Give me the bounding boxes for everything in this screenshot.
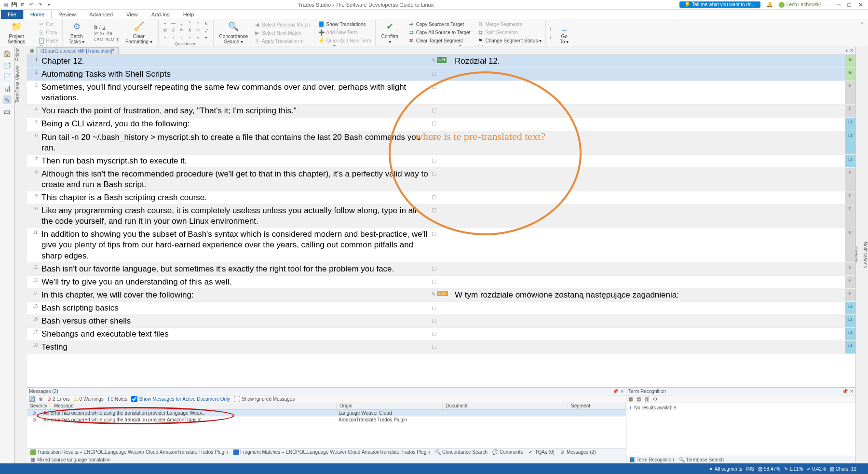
qi-char[interactable]: ▫: [194, 35, 202, 41]
source-cell[interactable]: We'll try to give you an understanding o…: [40, 276, 432, 288]
quick-add-term-button[interactable]: ⚡Quick Add New Term: [317, 37, 372, 44]
subscript-button[interactable]: x₂: [100, 31, 105, 36]
close-button[interactable]: ✕: [855, 1, 866, 8]
qi-char[interactable]: ▫: [162, 35, 169, 41]
target-cell[interactable]: W tym rozdziale omówione zostaną następu…: [453, 289, 845, 301]
qi-char[interactable]: ▫: [186, 35, 194, 41]
document-tab[interactable]: r12part1.docx.sdlxliff [Translation]*: [36, 47, 119, 54]
target-cell[interactable]: [453, 263, 845, 275]
projects-view-icon[interactable]: 📑: [3, 61, 12, 69]
qat-item[interactable]: ▤: [2, 1, 9, 8]
copy-all-source-button[interactable]: ⇉Copy All Source to Target: [407, 28, 472, 36]
source-cell[interactable]: Chapter 12.: [40, 55, 432, 68]
batch-tasks-button[interactable]: ⚙Batch Tasks ▾: [66, 20, 87, 45]
qat-save-icon[interactable]: 💾: [11, 1, 17, 8]
apply-translation-button[interactable]: ⎘Apply Translation ▾: [253, 37, 311, 45]
editor-view-icon[interactable]: ✎: [3, 95, 12, 104]
target-cell[interactable]: [453, 131, 845, 154]
qi-char[interactable]: €: [203, 20, 210, 27]
qi-char[interactable]: —: [170, 20, 177, 27]
bottom-tab[interactable]: 🟩Translation Results – ENGPOL.Language W…: [30, 449, 228, 455]
qi-char[interactable]: ®: [170, 27, 177, 34]
source-cell[interactable]: Sometimes, you'll find yourself repeatin…: [40, 81, 432, 104]
qi-char[interactable]: ™: [178, 27, 186, 34]
source-cell[interactable]: Although this isn't the recommended proc…: [40, 168, 432, 191]
target-cell[interactable]: [453, 168, 845, 191]
clear-icon[interactable]: 🗑: [39, 396, 43, 402]
bottom-tab[interactable]: 📘Term Recognition: [629, 457, 674, 463]
qi-char[interactable]: ▫: [170, 35, 177, 41]
case-button[interactable]: Aa: [107, 31, 112, 36]
qi-char[interactable]: ©: [162, 27, 169, 34]
segment-row[interactable]: 7Then run bash myscript.sh to execute it…: [27, 155, 855, 168]
bottom-tab[interactable]: ✔TQAs (0): [528, 449, 555, 455]
qi-char[interactable]: „": [203, 27, 210, 34]
target-cell[interactable]: [453, 302, 845, 314]
source-cell[interactable]: Then run bash myscript.sh to execute it.: [40, 155, 432, 167]
col-segment[interactable]: Segment: [568, 403, 626, 409]
col-origin[interactable]: Origin: [337, 403, 443, 409]
term-settings-icon[interactable]: ⚙: [653, 396, 657, 402]
target-cell[interactable]: [453, 228, 845, 262]
confirm-button[interactable]: ✔Confirm ▾: [379, 20, 401, 45]
target-cell[interactable]: [453, 315, 845, 327]
errors-filter[interactable]: ⊘2 Errors: [47, 396, 70, 402]
files-view-icon[interactable]: 📄: [3, 72, 12, 81]
bottom-tab[interactable]: ⊘Messages (2): [559, 449, 596, 455]
col-severity[interactable]: Severity: [27, 403, 51, 409]
superscript-button[interactable]: x²: [94, 31, 98, 36]
col-message[interactable]: Message: [51, 403, 337, 409]
filter-status[interactable]: ▼All segments: [708, 466, 742, 472]
notes-filter[interactable]: ℹ0 Notes: [108, 396, 127, 402]
target-cell[interactable]: [453, 191, 845, 204]
qat-undo-icon[interactable]: ↶: [28, 1, 35, 8]
bottom-tab[interactable]: 💬Comments: [492, 449, 523, 455]
tab-help[interactable]: Help: [176, 10, 201, 19]
segment-row[interactable]: 3Sometimes, you'll find yourself repeati…: [27, 81, 855, 105]
segment-row[interactable]: 13We'll try to give you an understanding…: [27, 276, 855, 289]
target-cell[interactable]: [453, 155, 845, 167]
copy-button[interactable]: ⎘Copy: [37, 28, 60, 36]
split-segments-button[interactable]: ⇆Split Segments: [476, 28, 542, 36]
source-cell[interactable]: Shebangs and executable text files: [40, 328, 432, 340]
segment-row[interactable]: 18Testing▢LI: [27, 341, 855, 354]
user-account[interactable]: Lech Lachowski: [779, 2, 821, 8]
target-cell[interactable]: [453, 328, 845, 340]
segment-row[interactable]: 4You reach the point of frustration, and…: [27, 105, 855, 118]
source-cell[interactable]: Like any programming crash course, it is…: [40, 204, 432, 228]
source-cell[interactable]: In addition to showing you the subset of…: [40, 228, 432, 262]
target-cell[interactable]: [453, 105, 845, 117]
bold-button[interactable]: b: [94, 24, 97, 30]
target-cell[interactable]: [453, 341, 845, 353]
notification-bell-icon[interactable]: 🔔: [766, 1, 773, 8]
qi-char[interactable]: ▫: [178, 35, 186, 41]
pilcrow-button[interactable]: ¶: [116, 37, 119, 42]
tab-review[interactable]: Review: [52, 10, 82, 19]
add-term-button[interactable]: ➕Add New Term: [317, 28, 372, 36]
ignored-filter[interactable]: Show Ignored Messages: [234, 396, 295, 402]
bottom-tab[interactable]: ▦Mixed source language translation: [30, 457, 110, 463]
copy-source-button[interactable]: ➔Copy Source to Target: [407, 20, 472, 28]
panel-pin-icon[interactable]: 📌: [842, 389, 848, 394]
insert-mode[interactable]: INS: [746, 466, 754, 472]
segment-row[interactable]: 9This chapter is a Bash scripting crash …: [27, 191, 855, 204]
termbase-viewer-tab[interactable]: TermBase Viewer: [15, 66, 27, 103]
col-document[interactable]: Document: [443, 403, 568, 409]
target-cell[interactable]: [453, 68, 845, 81]
segment-row[interactable]: 5Being a CLI wizard, you do the followin…: [27, 118, 855, 131]
panel-close-icon[interactable]: ✕: [850, 389, 854, 394]
rtl-button[interactable]: RLM: [105, 37, 114, 42]
tell-me-search[interactable]: 💡 Tell me what you want to do...: [679, 1, 760, 8]
show-translations-button[interactable]: 📘Show Translations: [317, 20, 372, 28]
segment-row[interactable]: 12Bash isn't our favorite language, but …: [27, 263, 855, 276]
cut-button[interactable]: ✂Cut: [37, 20, 60, 28]
qi-char[interactable]: …: [178, 20, 186, 27]
term-tool-icon[interactable]: ▥: [645, 396, 649, 402]
source-cell[interactable]: This chapter is a Bash scripting crash c…: [40, 191, 432, 204]
bottom-tab[interactable]: 🔍Termbase Search: [679, 457, 724, 463]
merge-segments-button[interactable]: ⇅Merge Segments: [476, 20, 542, 28]
segment-row[interactable]: 2Automating Tasks with Shell Scripts▢H: [27, 68, 855, 81]
italic-button[interactable]: i: [99, 24, 100, 30]
qi-char[interactable]: §: [186, 27, 194, 34]
bottom-tab[interactable]: 🔍Concordance Search: [435, 449, 488, 455]
